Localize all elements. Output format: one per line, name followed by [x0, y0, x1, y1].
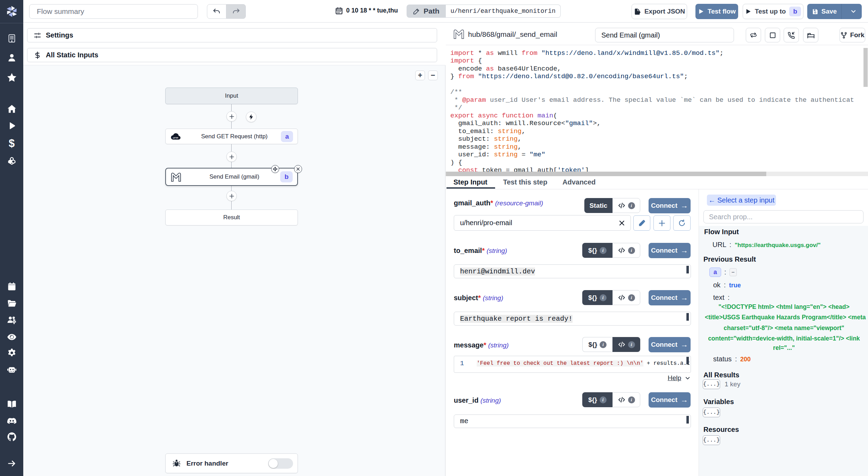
svg-text:HTTP: HTTP [173, 137, 178, 139]
